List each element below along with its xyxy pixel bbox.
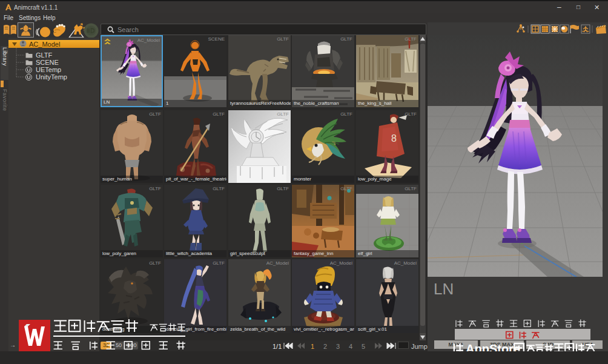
svg-text:8: 8 bbox=[391, 133, 397, 144]
